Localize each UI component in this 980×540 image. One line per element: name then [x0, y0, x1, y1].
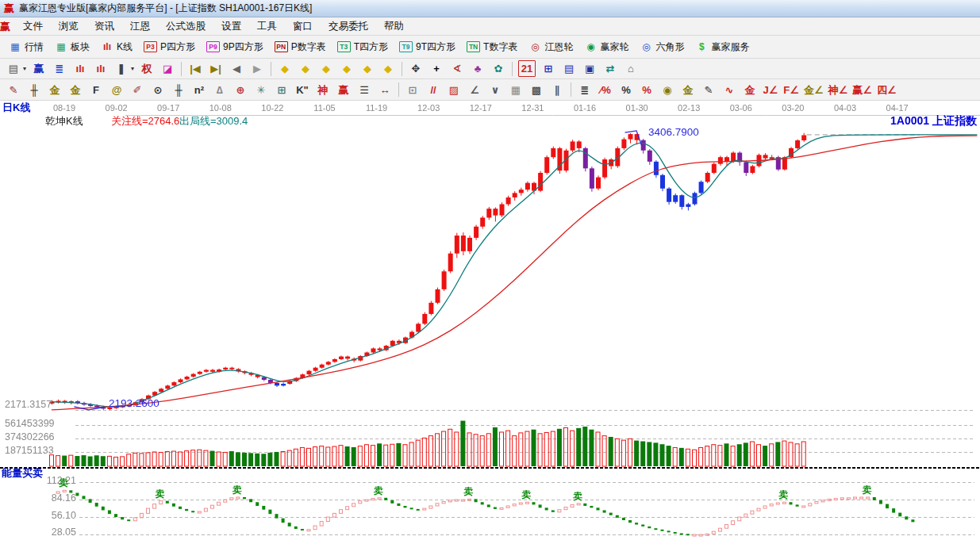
prev-bar-icon[interactable]: ◀: [226, 59, 247, 78]
color-volume-icon[interactable]: ◪: [157, 59, 178, 78]
candle-width-dropdown[interactable]: ❚▾: [111, 59, 136, 78]
diamond-left-icon[interactable]: ◆: [275, 59, 295, 78]
p-square-button[interactable]: P3P四方形: [138, 39, 201, 56]
drag-hand-icon[interactable]: ✥: [405, 59, 426, 78]
percent-under-icon[interactable]: %: [636, 81, 657, 99]
f-angle-icon[interactable]: F∠: [781, 81, 801, 99]
menu-item-2[interactable]: 资讯: [86, 18, 122, 35]
pen-tool-icon[interactable]: ✎: [3, 81, 24, 99]
p-number-button[interactable]: PNP数字表: [269, 39, 332, 56]
menu-item-5[interactable]: 设置: [213, 18, 249, 35]
percent-line-icon[interactable]: ∕%: [595, 81, 616, 99]
menu-item-1[interactable]: 浏览: [51, 18, 86, 35]
calculator-icon[interactable]: ⊞: [538, 59, 559, 78]
notebook-icon[interactable]: ▤: [559, 59, 579, 78]
gold-gate2-icon[interactable]: 金: [65, 81, 86, 99]
calendar-icon[interactable]: 21: [516, 59, 538, 79]
fan-lines-icon[interactable]: //: [423, 81, 444, 99]
gold-angle-icon[interactable]: 金∠: [801, 81, 826, 99]
mirror-angle-icon[interactable]: ∆: [209, 81, 230, 99]
diamond-grid-icon[interactable]: ◆: [378, 59, 398, 78]
winner-mark-icon[interactable]: 赢: [29, 59, 49, 78]
shen-tool-icon[interactable]: 神: [313, 81, 333, 99]
diamond-compress-icon[interactable]: ◆: [336, 59, 357, 78]
diamond-right-icon[interactable]: ◆: [295, 59, 316, 78]
hexagon-button[interactable]: ◎六角形: [634, 39, 690, 56]
winner-wheel-button[interactable]: ◉赢家轮: [578, 39, 634, 56]
grid-fill-icon[interactable]: ▦: [505, 81, 526, 99]
menu-bar: 赢 文件浏览资讯江恩公式选股设置工具窗口交易委托帮助: [0, 17, 980, 36]
fan-box-icon[interactable]: ▨: [444, 81, 464, 99]
angle-measure-icon[interactable]: ∢: [447, 59, 467, 78]
bars3-icon[interactable]: ılı: [70, 59, 90, 78]
t9-square-button[interactable]: T99T四方形: [394, 39, 461, 56]
terminal-icon[interactable]: ⌂: [621, 59, 641, 78]
spiral-icon[interactable]: @: [106, 81, 127, 99]
f-ruler-icon[interactable]: F: [86, 81, 106, 99]
j-angle-icon[interactable]: J∠: [760, 81, 781, 99]
p9-square-button[interactable]: P99P四方形: [201, 39, 269, 56]
quotes-button[interactable]: ▦行情: [3, 39, 49, 56]
time-cycle-icon[interactable]: ⊙: [148, 81, 168, 99]
watch-line-label: 关注线=2764.6: [111, 116, 179, 127]
bars9-icon[interactable]: ılı: [90, 59, 111, 78]
menu-item-7[interactable]: 窗口: [285, 18, 321, 35]
menu-item-3[interactable]: 江恩: [122, 18, 158, 35]
diamond-cross-icon[interactable]: ◆: [357, 59, 378, 78]
percent-icon[interactable]: %: [616, 81, 636, 99]
gold-circle-icon[interactable]: ◉: [657, 81, 678, 99]
pen-angle-icon[interactable]: ✐: [127, 81, 148, 99]
tick-ruler-icon[interactable]: ╫: [24, 81, 44, 99]
span-arrows-icon[interactable]: ↔: [375, 81, 395, 99]
ruler123-icon[interactable]: ☰: [354, 81, 375, 99]
gold-lines-icon[interactable]: 金: [678, 81, 698, 99]
save-icon[interactable]: ▣: [579, 59, 600, 78]
wave-channel-icon[interactable]: ∿: [719, 81, 740, 99]
bar-list-icon[interactable]: ≣: [575, 81, 595, 99]
winner-service-button[interactable]: $赢家服务: [690, 39, 755, 56]
percent-icon: %: [618, 82, 634, 98]
angle-dots-icon[interactable]: ∠: [464, 81, 485, 99]
gann-target-icon[interactable]: ⊕: [230, 81, 251, 99]
crosshair-icon[interactable]: +: [426, 59, 447, 78]
gann-wheel-button[interactable]: ◎江恩轮: [523, 39, 578, 56]
t-square-button[interactable]: T3T四方形: [332, 39, 394, 56]
square-web-icon[interactable]: ⊞: [271, 81, 292, 99]
chart-style-dropdown[interactable]: ▤▾: [3, 59, 29, 78]
menu-item-6[interactable]: 工具: [249, 18, 285, 35]
diamond-expand-icon[interactable]: ◆: [316, 59, 336, 78]
crosshair-icon: +: [429, 61, 444, 76]
win-tool-icon[interactable]: 赢: [333, 81, 354, 99]
tick-ruler2-icon[interactable]: ╫: [168, 81, 189, 99]
parallel-lines-icon[interactable]: ∥: [547, 81, 567, 99]
v-wave-icon[interactable]: ∨: [485, 81, 505, 99]
gann-tree-icon[interactable]: ♣: [467, 59, 488, 78]
star-web-icon[interactable]: ✳: [251, 81, 271, 99]
menu-item-8[interactable]: 交易委托: [321, 18, 376, 35]
sectors-button[interactable]: ▦板块: [49, 39, 95, 56]
sync-icon[interactable]: ⇄: [600, 59, 621, 78]
restore-rights-icon[interactable]: 权: [136, 59, 157, 78]
gold-gate1-icon[interactable]: 金: [44, 81, 65, 99]
gann-target-icon: ⊕: [233, 82, 248, 98]
si-angle-icon[interactable]: 四∠: [874, 81, 899, 99]
shen-angle-icon[interactable]: 神∠: [826, 81, 851, 99]
kline-chart-canvas[interactable]: [0, 101, 980, 540]
info-list-icon[interactable]: ≣: [49, 59, 70, 78]
win-angle-icon[interactable]: 赢∠: [850, 81, 874, 99]
ink-brush-icon[interactable]: ✎: [698, 81, 719, 99]
first-bar-icon[interactable]: |◀: [185, 59, 206, 78]
t-number-button[interactable]: TNT数字表: [461, 39, 523, 56]
mind-map-icon[interactable]: ✿: [488, 59, 509, 78]
kline-button[interactable]: ılıK线: [95, 39, 138, 56]
menu-item-9[interactable]: 帮助: [376, 18, 412, 35]
k-mark-icon[interactable]: K": [292, 81, 313, 99]
last-bar-icon[interactable]: ▶|: [206, 59, 226, 78]
grid-box-icon[interactable]: ▩: [526, 81, 547, 99]
gold-red-icon[interactable]: 金: [740, 81, 760, 99]
next-bar-icon[interactable]: ▶: [247, 59, 267, 78]
box-select-icon[interactable]: ⊡: [402, 81, 423, 99]
menu-item-0[interactable]: 文件: [15, 18, 51, 35]
menu-item-4[interactable]: 公式选股: [158, 18, 213, 35]
n-squared-icon[interactable]: n²: [189, 81, 209, 99]
